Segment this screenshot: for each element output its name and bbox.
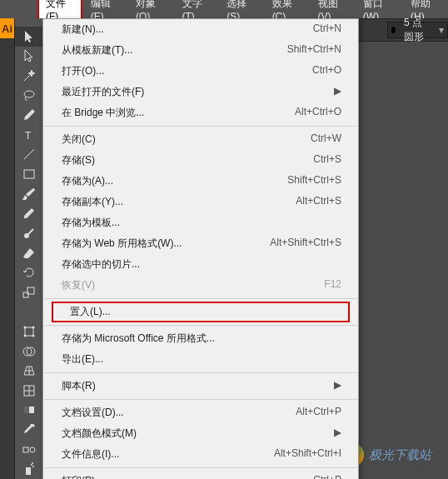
perspective-tool[interactable] [15,361,42,381]
menu-item-shortcut: Alt+Ctrl+P [296,406,341,420]
menu-item-10[interactable]: 存储为模板... [43,212,358,233]
menu-item-label: 文件信息(I)... [62,447,119,462]
magic-wand-tool[interactable] [15,66,42,86]
menu-item-shortcut: Ctrl+P [313,474,341,479]
svg-rect-7 [25,327,33,336]
mesh-tool[interactable] [15,381,42,401]
svg-text:T: T [25,130,32,142]
menu-item-12[interactable]: 存储选中的切片... [43,254,358,275]
pen-tool[interactable] [15,105,42,125]
menu-item-0[interactable]: 新建(N)...Ctrl+N [43,19,358,40]
menu-item-label: 置入(L)... [70,305,111,319]
menu-separator [44,126,357,127]
svg-rect-3 [24,170,34,178]
svg-point-10 [23,334,26,337]
menu-item-shortcut: Alt+Ctrl+O [295,106,341,120]
type-tool[interactable]: T [15,125,42,145]
menu-item-label: 打印(P)... [62,474,103,479]
eraser-tool[interactable] [15,243,42,263]
rotate-tool[interactable] [15,262,42,282]
menu-item-label: 导出(E)... [62,352,103,367]
menu-item-1[interactable]: 从模板新建(T)...Shift+Ctrl+N [43,40,358,61]
menu-item-label: 恢复(V) [62,278,95,292]
rectangle-tool[interactable] [15,164,42,184]
menu-item-9[interactable]: 存储副本(Y)...Alt+Ctrl+S [43,192,358,212]
lasso-tool[interactable] [15,86,42,106]
menu-item-label: 存储为 Microsoft Office 所用格式... [62,332,215,346]
menu-separator [44,325,357,326]
menu-item-label: 新建(N)... [62,22,104,37]
tool-rail: Ai [0,18,15,479]
stroke-dot-icon [391,27,396,33]
menu-item-label: 存储副本(Y)... [62,195,123,209]
menu-item-label: 存储为(A)... [62,174,113,188]
file-menu-dropdown: 新建(N)...Ctrl+N从模板新建(T)...Shift+Ctrl+N打开(… [42,18,359,479]
menu-item-18[interactable]: 导出(E)... [43,349,358,370]
brush-tool[interactable] [15,184,42,204]
scale-tool[interactable] [15,282,42,302]
blend-tool[interactable] [15,440,42,460]
submenu-arrow-icon: ▶ [334,379,341,393]
menu-item-20[interactable]: 脚本(R)▶ [43,376,358,397]
svg-point-20 [31,464,32,466]
menu-item-shortcut: Ctrl+S [313,153,341,167]
menu-item-shortcut: Ctrl+N [313,22,341,37]
menu-separator [44,298,357,299]
menu-item-24[interactable]: 文件信息(I)...Alt+Shift+Ctrl+I [43,444,358,465]
svg-point-11 [32,334,34,337]
menu-item-label: 文档设置(D)... [62,406,124,420]
menu-separator [44,372,357,373]
symbol-spray-tool[interactable] [15,459,42,479]
direct-selection-tool[interactable] [15,47,42,67]
shape-builder-tool[interactable] [15,342,42,362]
menu-item-label: 存储(S) [62,153,95,167]
stroke-label: 5 点圆形 [399,16,436,44]
menu-item-label: 关闭(C) [62,132,96,147]
eyedropper-tool[interactable] [15,420,42,440]
menu-item-label: 存储为 Web 所用格式(W)... [62,237,182,251]
svg-point-9 [32,326,34,328]
submenu-arrow-icon: ▶ [334,427,341,441]
svg-line-2 [24,149,34,159]
blob-tool[interactable] [15,223,42,243]
menu-item-label: 文档颜色模式(M) [62,427,137,441]
svg-point-21 [32,466,34,467]
tool-panel: T [15,18,42,479]
menu-item-26[interactable]: 打印(P)...Ctrl+P [43,471,358,479]
menu-item-shortcut: Shift+Ctrl+N [287,43,341,57]
menu-item-22[interactable]: 文档设置(D)...Alt+Ctrl+P [43,402,358,423]
menu-item-2[interactable]: 打开(O)...Ctrl+O [43,61,358,82]
stroke-profile-select[interactable]: 5 点圆形 ▾ [387,22,449,38]
menu-item-shortcut: Ctrl+W [311,132,341,147]
menu-separator [44,399,357,400]
menu-item-label: 存储选中的切片... [62,257,140,272]
line-tool[interactable] [15,145,42,165]
gradient-tool[interactable] [15,401,42,421]
menu-item-label: 存储为模板... [62,216,120,230]
svg-rect-17 [23,447,28,452]
menu-item-23[interactable]: 文档颜色模式(M)▶ [43,423,358,444]
width-tool[interactable] [15,302,42,322]
menu-item-label: 在 Bridge 中浏览... [62,106,144,120]
menu-item-label: 最近打开的文件(F) [62,85,144,99]
menu-item-17[interactable]: 存储为 Microsoft Office 所用格式... [43,328,358,349]
menu-separator [44,467,357,468]
menu-item-4[interactable]: 在 Bridge 中浏览...Alt+Ctrl+O [43,102,358,123]
menu-item-7[interactable]: 存储(S)Ctrl+S [43,150,358,171]
svg-rect-19 [26,467,31,475]
menu-item-15[interactable]: 置入(L)... [52,302,350,322]
menu-item-3[interactable]: 最近打开的文件(F)▶ [43,82,358,102]
free-transform-tool[interactable] [15,322,42,342]
menu-item-8[interactable]: 存储为(A)...Shift+Ctrl+S [43,171,358,192]
menu-item-label: 从模板新建(T)... [62,43,132,57]
menu-item-shortcut: Alt+Ctrl+S [296,195,341,209]
menu-item-shortcut: Alt+Shift+Ctrl+I [274,447,341,462]
selection-tool[interactable] [15,27,42,47]
ai-logo: Ai [0,18,14,38]
pencil-tool[interactable] [15,203,42,223]
menu-item-13: 恢复(V)F12 [43,275,358,296]
chevron-down-icon: ▾ [436,24,447,36]
menu-item-6[interactable]: 关闭(C)Ctrl+W [43,129,358,150]
svg-point-18 [30,447,35,452]
menu-item-11[interactable]: 存储为 Web 所用格式(W)...Alt+Shift+Ctrl+S [43,233,358,254]
